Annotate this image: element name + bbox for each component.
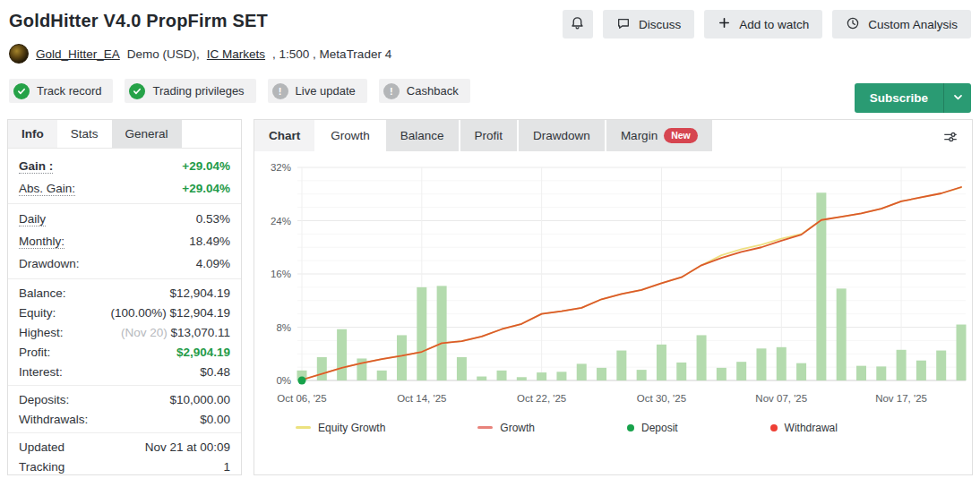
tab-growth[interactable]: Growth (316, 120, 384, 151)
daily-label[interactable]: Daily (19, 212, 46, 226)
monthly-label[interactable]: Monthly: (19, 235, 64, 249)
stat-row-withdrawals: Withdrawals: $0.00 (19, 409, 230, 429)
drawdown-value: 4.09% (196, 257, 230, 270)
legend-equity-growth[interactable]: Equity Growth (296, 422, 385, 434)
avatar (9, 44, 29, 64)
tab-chart[interactable]: Chart (254, 120, 314, 151)
margin-tab-label: Margin (621, 129, 658, 142)
gain-label[interactable]: Gain : (19, 159, 53, 174)
deposits-label: Deposits: (19, 393, 69, 406)
updated-label: Updated (19, 440, 64, 454)
highest-value: $13,070.11 (170, 326, 230, 339)
stat-row-profit: Profit: $2,904.19 (19, 342, 230, 362)
plus-icon (718, 16, 731, 32)
subscribe-button[interactable]: Subscribe (855, 83, 943, 113)
stat-row-drawdown: Drawdown: 4.09% (19, 252, 230, 275)
notifications-button[interactable] (563, 10, 593, 38)
legend-deposit[interactable]: Deposit (627, 422, 678, 434)
subscribe-dropdown-button[interactable] (943, 83, 971, 113)
check-circle-icon (13, 83, 30, 99)
account-owner-link[interactable]: Gold_Hitter_EA (36, 47, 120, 61)
equity-label: Equity: (19, 306, 56, 320)
chart-settings-button[interactable] (937, 126, 964, 149)
chart-legend: Equity Growth Growth Deposit Withdrawal (254, 414, 972, 434)
svg-text:Oct 30, '25: Oct 30, '25 (637, 393, 686, 404)
custom-analysis-label: Custom Analysis (868, 18, 958, 31)
stat-row-abs-gain: Abs. Gain: +29.04% (19, 177, 230, 200)
stat-row-highest: Highest: (Nov 20) $13,070.11 (19, 322, 230, 342)
stat-row-deposits: Deposits: $10,000.00 (19, 389, 230, 409)
legend-label: Deposit (641, 422, 678, 434)
stat-row-updated: Updated Nov 21 at 00:09 (19, 437, 230, 457)
stat-row-tracking: Tracking 1 (19, 457, 230, 476)
badge-label: Live update (296, 84, 356, 98)
account-type: Demo (USD), (127, 47, 200, 61)
badge-cashback[interactable]: ! Cashback (379, 79, 470, 103)
withdrawal-swatch (770, 424, 778, 431)
svg-text:8%: 8% (276, 321, 291, 332)
svg-text:Oct 22, '25: Oct 22, '25 (517, 393, 566, 404)
deposits-value: $10,000.00 (169, 393, 230, 406)
discuss-button[interactable]: Discuss (603, 10, 694, 38)
topbar: GoldHitter V4.0 PropFirm SET Discuss Add… (0, 0, 980, 31)
balance-label: Balance: (19, 286, 66, 300)
legend-withdrawal[interactable]: Withdrawal (770, 422, 838, 434)
tracking-label: Tracking (19, 460, 64, 474)
custom-analysis-button[interactable]: Custom Analysis (832, 10, 971, 38)
tab-profit[interactable]: Profit (460, 120, 518, 151)
balance-value: $12,904.19 (169, 286, 230, 300)
badge-label: Cashback (407, 84, 459, 98)
tab-margin[interactable]: Margin New (606, 120, 712, 151)
stat-row-daily: Daily 0.53% (19, 208, 230, 230)
svg-text:24%: 24% (271, 215, 291, 226)
stat-row-equity: Equity: (100.00%) $12,904.19 (19, 303, 230, 322)
growth-chart[interactable]: 0%8%16%24%32%Oct 06, '25Oct 14, '25Oct 2… (256, 160, 970, 414)
broker-link[interactable]: IC Markets (207, 47, 265, 61)
stats-tabs: Info Stats General (8, 120, 241, 149)
tab-general[interactable]: General (112, 120, 182, 148)
tab-info[interactable]: Info (8, 120, 57, 148)
tab-drawdown[interactable]: Drawdown (519, 120, 605, 151)
legend-label: Withdrawal (785, 422, 838, 434)
highest-date: (Nov 20) (121, 326, 171, 339)
withdrawals-value: $0.00 (200, 413, 230, 426)
svg-text:32%: 32% (271, 162, 291, 173)
clock-icon (846, 16, 860, 33)
bell-icon (570, 15, 585, 33)
equity-growth-swatch (296, 426, 311, 429)
badge-live-update[interactable]: ! Live update (268, 79, 367, 103)
legend-label: Growth (500, 422, 535, 434)
profit-label: Profit: (19, 346, 50, 359)
legend-growth[interactable]: Growth (477, 422, 535, 434)
check-circle-icon (129, 83, 145, 99)
svg-text:0%: 0% (276, 375, 291, 386)
growth-swatch (477, 426, 493, 429)
chevron-down-icon (952, 91, 964, 106)
tracking-value: 1 (223, 460, 230, 474)
add-to-watch-button[interactable]: Add to watch (704, 10, 822, 38)
legend-label: Equity Growth (318, 422, 385, 434)
tab-stats[interactable]: Stats (57, 120, 112, 148)
badge-track-record[interactable]: Track record (9, 79, 113, 103)
badge-trading-privileges[interactable]: Trading privileges (125, 79, 255, 103)
stat-row-gain: Gain : +29.04% (19, 155, 230, 177)
stat-row-balance: Balance: $12,904.19 (19, 283, 230, 303)
badge-label: Track record (37, 84, 101, 98)
abs-gain-label[interactable]: Abs. Gain: (19, 182, 75, 196)
svg-text:Oct 14, '25: Oct 14, '25 (397, 393, 446, 404)
exclamation-circle-icon: ! (383, 83, 400, 99)
updated-value: Nov 21 at 00:09 (145, 440, 230, 454)
withdrawals-label: Withdrawals: (19, 413, 88, 426)
tab-balance[interactable]: Balance (386, 120, 459, 151)
add-to-watch-label: Add to watch (739, 18, 809, 31)
interest-value: $0.48 (200, 365, 230, 379)
divider (8, 203, 241, 204)
svg-text:Oct 06, '25: Oct 06, '25 (277, 393, 326, 404)
abs-gain-value: +29.04% (182, 182, 230, 195)
divider (8, 278, 241, 279)
chart-card: Chart Growth Balance Profit Drawdown Mar… (254, 119, 973, 475)
stats-card: Info Stats General Gain : +29.04% Abs. G… (7, 119, 242, 475)
highest-label: Highest: (19, 326, 64, 339)
divider (8, 432, 241, 433)
header-actions: Discuss Add to watch Custom Analysis (563, 10, 971, 38)
